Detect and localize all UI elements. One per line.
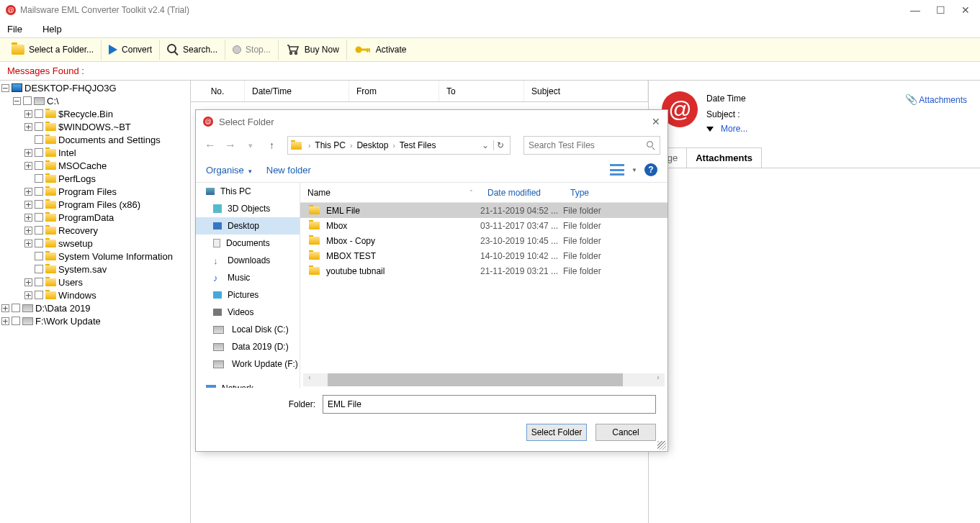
close-button[interactable]: ✕ [961,4,970,16]
resize-grip[interactable] [657,441,666,450]
menu-file[interactable]: File [7,24,22,35]
side-desktop[interactable]: Desktop [196,217,300,235]
col-date-modified[interactable]: Date modified [480,183,563,202]
tree-folder[interactable]: +MSOCache [0,159,190,172]
checkbox[interactable] [35,174,43,183]
checkbox[interactable] [23,96,32,105]
tree-folder[interactable]: +Program Files (x86) [0,198,190,211]
checkbox[interactable] [35,200,43,209]
search-field[interactable] [523,136,660,155]
convert-button[interactable]: Convert [102,40,160,60]
tab-attachments[interactable]: Attachments [686,147,762,168]
crumb-dropdown[interactable]: ⌄ [477,140,493,150]
file-row[interactable]: MBOX TEST14-10-2019 10:42 ...File folder [300,248,667,263]
tree-folder[interactable]: System Volume Information [0,250,190,263]
side-3dobjects[interactable]: 3D Objects [196,200,300,217]
search-button[interactable]: Search... [160,40,225,60]
nav-forward-button[interactable]: → [223,139,238,152]
side-thispc[interactable]: This PC [196,183,300,200]
more-link[interactable]: More... [721,124,747,134]
tree-folder[interactable]: +Users [0,276,190,288]
breadcrumb[interactable]: › This PC › Desktop › Test Files ⌄ ↻ [287,136,511,155]
checkbox[interactable] [35,135,43,144]
tree-folder[interactable]: PerfLogs [0,172,190,185]
checkbox[interactable] [35,122,43,131]
tree-root[interactable]: −DESKTOP-FHQJO3G [0,81,190,94]
help-button[interactable]: ? [644,163,657,176]
organise-menu[interactable]: Organise [206,165,252,176]
checkbox[interactable] [35,109,43,118]
file-row[interactable]: EML File21-11-2019 04:52 ...File folder [300,203,667,218]
select-folder-button[interactable]: Select a Folder... [4,40,102,60]
side-network[interactable]: Network [196,380,300,388]
checkbox[interactable] [12,304,20,312]
side-local-disk-c[interactable]: Local Disk (C:) [196,321,300,338]
checkbox[interactable] [35,278,43,286]
col-no[interactable]: No. [191,81,245,101]
col-type[interactable]: Type [563,183,667,202]
tree-folder[interactable]: +$Recycle.Bin [0,107,190,120]
tree-drive-f[interactable]: +F:\Work Update [0,314,190,327]
checkbox[interactable] [35,252,43,260]
col-subject[interactable]: Subject [524,81,648,101]
tree-folder[interactable]: +Intel [0,146,190,159]
select-folder-confirm-button[interactable]: Select Folder [526,424,587,441]
checkbox[interactable] [35,226,43,235]
buy-now-button[interactable]: Buy Now [279,40,347,60]
checkbox[interactable] [35,148,43,157]
side-downloads[interactable]: ↓Downloads [196,252,300,269]
activate-button[interactable]: Activate [347,40,414,60]
cancel-button[interactable]: Cancel [595,424,656,441]
chevron-down-icon[interactable] [706,127,714,132]
col-to[interactable]: To [439,81,524,101]
col-from[interactable]: From [349,81,439,101]
tree-folder[interactable]: +Windows [0,288,190,301]
dialog-close-button[interactable]: ✕ [652,116,660,127]
tree-folder[interactable]: Documents and Settings [0,133,190,146]
checkbox[interactable] [35,265,43,273]
file-list: Name˄ Date modified Type EML File21-11-2… [300,183,667,388]
nav-back-button[interactable]: ← [203,139,217,152]
tree-folder[interactable]: +ProgramData [0,211,190,224]
side-documents[interactable]: Documents [196,235,300,252]
side-data-2019[interactable]: Data 2019 (D:) [196,338,300,355]
col-datetime[interactable]: Date/Time [245,81,349,101]
checkbox[interactable] [35,187,43,196]
checkbox[interactable] [35,291,43,299]
checkbox[interactable] [35,239,43,247]
col-name[interactable]: Name˄ [300,183,480,202]
refresh-button[interactable]: ↻ [493,140,507,150]
tree-folder[interactable]: +$WINDOWS.~BT [0,120,190,133]
checkbox[interactable] [35,213,43,222]
file-row[interactable]: Mbox03-11-2017 03:47 ...File folder [300,218,667,233]
crumb-thispc[interactable]: This PC [315,140,346,150]
horizontal-scrollbar[interactable]: ‹› [303,373,665,386]
stop-button[interactable]: Stop... [225,40,279,60]
folder-name-input[interactable] [323,395,656,414]
side-work-update[interactable]: Work Update (F:) [196,355,300,373]
attachments-link[interactable]: Attachments [919,95,967,105]
maximize-button[interactable]: ☐ [936,4,945,16]
checkbox[interactable] [12,317,20,325]
menu-help[interactable]: Help [42,24,62,35]
minimize-button[interactable]: — [910,4,920,16]
crumb-desktop[interactable]: Desktop [356,140,388,150]
tree-folder[interactable]: +Recovery [0,224,190,237]
new-folder-button[interactable]: New folder [266,165,311,176]
file-row[interactable]: Mbox - Copy23-10-2019 10:45 ...File fold… [300,233,667,248]
tree-folder[interactable]: System.sav [0,263,190,276]
tree-drive-d[interactable]: +D:\Data 2019 [0,301,190,314]
nav-up-button[interactable]: ↑ [269,140,274,151]
search-input[interactable] [529,140,647,150]
nav-recent-button[interactable]: ▾ [243,141,258,150]
view-mode-button[interactable] [610,164,624,176]
crumb-testfiles[interactable]: Test Files [400,140,436,150]
file-row[interactable]: youtube tubnail21-11-2019 03:21 ...File … [300,263,667,278]
tree-folder[interactable]: +swsetup [0,237,190,250]
tree-folder[interactable]: +Program Files [0,185,190,198]
tree-drive-c[interactable]: −C:\ [0,94,190,107]
side-videos[interactable]: Videos [196,304,300,321]
checkbox[interactable] [35,161,43,170]
side-pictures[interactable]: Pictures [196,286,300,304]
side-music[interactable]: ♪Music [196,269,300,286]
